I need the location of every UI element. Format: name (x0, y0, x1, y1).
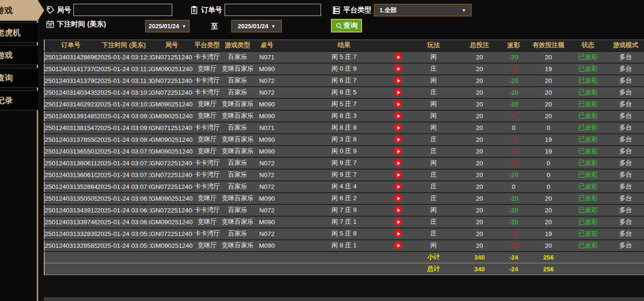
replay-play-button[interactable] (394, 147, 402, 155)
cell-round: GN071251240A2 (151, 51, 193, 63)
cell-game: 百家乐 (222, 51, 253, 63)
cell-payout: -20 (499, 87, 528, 98)
cell-platform: 卡卡湾厅 (193, 169, 222, 181)
cell-time: 2025-01-24 03:09:00 (97, 122, 151, 134)
cell-platform: 卡卡湾厅 (193, 51, 222, 63)
platform-label: 平台类型 (343, 6, 371, 15)
cell-time: 2025-01-24 03:06:53 (97, 193, 151, 204)
cell-order: 250124031428696 (44, 51, 97, 63)
cell-payout: 19 (499, 228, 528, 240)
replay-play-button[interactable] (394, 100, 402, 108)
cell-mode: 多台 (607, 98, 644, 110)
cell-order: 250124031365501 (44, 146, 97, 157)
result-text: 闲 6 庄 2 (331, 195, 356, 202)
cell-table-no: N071 (253, 51, 281, 63)
cell-result: 闲 8 庄 3 (281, 110, 408, 122)
cell-table-no: N072 (253, 87, 281, 98)
result-text: 闲 8 庄 8 (331, 124, 356, 131)
bottom-strip (44, 297, 644, 301)
replay-play-button[interactable] (394, 206, 402, 214)
cell-play: 闲 (408, 51, 459, 63)
cell-result: 闲 5 庄 8 (281, 228, 408, 240)
cell-round: GN0722512406A (151, 181, 193, 193)
chevron-down-icon: ▼ (182, 24, 186, 29)
cell-result: 闲 4 庄 4 (281, 181, 408, 193)
subtotal-row: 小计 340 -24 256 (44, 252, 644, 263)
cell-order: 250124031417370 (44, 63, 97, 75)
replay-play-button[interactable] (394, 218, 402, 226)
cell-status: 已派彩 (569, 87, 607, 98)
replay-play-button[interactable] (394, 53, 402, 61)
date-to-value: 2025/01/24 (238, 23, 268, 30)
search-button[interactable]: 查询 (331, 19, 362, 33)
cell-valid-bet: 20 (528, 240, 569, 252)
cell-round: GN07225124068 (151, 228, 193, 240)
replay-play-button[interactable] (394, 112, 402, 120)
cell-mode: 多台 (607, 75, 644, 87)
cell-time: 2025-01-24 03:07:54 (97, 146, 151, 157)
result-text: 闲 9 庄 7 (331, 159, 356, 166)
order-input[interactable] (225, 4, 321, 16)
cell-payout: 20 (499, 240, 528, 252)
replay-play-button[interactable] (394, 136, 402, 144)
round-input[interactable] (73, 4, 172, 16)
cell-round: GM0902512405B (151, 110, 193, 122)
replay-play-button[interactable] (394, 183, 402, 191)
play-icon (397, 67, 400, 71)
cell-play: 闲 (408, 157, 459, 169)
cell-valid-bet: 20 (528, 75, 569, 87)
cell-result: 闲 5 庄 7 (281, 51, 408, 63)
cell-valid-bet: 20 (528, 110, 569, 122)
platform-filter: 平台类型 1.全部 ▼ (332, 4, 472, 16)
replay-play-button[interactable] (394, 242, 402, 250)
cell-order: 250124031350505 (44, 193, 97, 204)
cell-game: 竞咪百家乐 (222, 63, 253, 75)
replay-play-button[interactable] (394, 77, 402, 85)
cell-mode: 多台 (607, 169, 644, 181)
cell-time: 2025-01-24 03:10:24 (97, 87, 151, 98)
result-text: 闲 7 庄 1 (331, 218, 356, 225)
replay-play-button[interactable] (394, 159, 402, 167)
cell-valid-bet: 0 (528, 181, 569, 193)
cell-round: GN0722512406B (151, 157, 193, 169)
sidebar-item-records[interactable]: 记录 (0, 90, 38, 110)
replay-play-button[interactable] (394, 171, 402, 179)
cell-platform: 竞咪厅 (193, 110, 222, 122)
sidebar-item-slots[interactable]: 老虎机 (0, 23, 38, 42)
cell-total-bet: 20 (459, 157, 499, 169)
search-button-label: 查询 (344, 21, 358, 30)
cell-round: GM09025124056 (151, 240, 193, 252)
cell-valid-bet: 20 (528, 193, 569, 204)
tag-icon (46, 6, 55, 15)
table-row: 250124031403435 2025-01-24 03:10:24 GN07… (44, 87, 644, 98)
cell-round: GN07225124069 (151, 204, 193, 216)
replay-play-button[interactable] (394, 195, 402, 203)
replay-play-button[interactable] (394, 89, 402, 97)
date-from-picker[interactable]: 2025/01/24 ▼ (145, 20, 190, 33)
cell-mode: 多台 (607, 181, 644, 193)
platform-selected-value: 1.全部 (379, 6, 397, 15)
replay-play-button[interactable] (394, 65, 402, 73)
result-text: 闲 5 庄 7 (331, 100, 356, 107)
cell-round: GM09025124059 (151, 146, 193, 157)
sidebar-item-games-active[interactable]: 游戏 (0, 0, 44, 21)
sidebar-item-query[interactable]: 查询 (0, 68, 38, 88)
sidebar-item-label: 游戏 (0, 5, 13, 16)
cell-time: 2025-01-24 03:08:46 (97, 134, 151, 146)
cell-result: 闲 8 庄 1 (281, 240, 408, 252)
cell-platform: 卡卡湾厅 (193, 122, 222, 134)
play-icon (397, 102, 400, 106)
cell-game: 百家乐 (222, 75, 253, 87)
replay-play-button[interactable] (394, 124, 402, 132)
cell-result: 闲 7 庄 1 (281, 216, 408, 228)
sidebar-item-games[interactable]: 游戏 (0, 45, 38, 65)
platform-select[interactable]: 1.全部 ▼ (374, 4, 472, 16)
cell-time: 2025-01-24 03:07:34 (97, 157, 151, 169)
cell-payout: 20 (499, 110, 528, 122)
cell-total-bet: 20 (459, 204, 499, 216)
cell-game: 竞咪百家乐 (222, 98, 253, 110)
cell-result: 闲 7 庄 9 (281, 204, 408, 216)
cell-mode: 多台 (607, 51, 644, 63)
date-to-picker[interactable]: 2025/01/24 ▼ (231, 20, 282, 33)
replay-play-button[interactable] (394, 230, 402, 238)
